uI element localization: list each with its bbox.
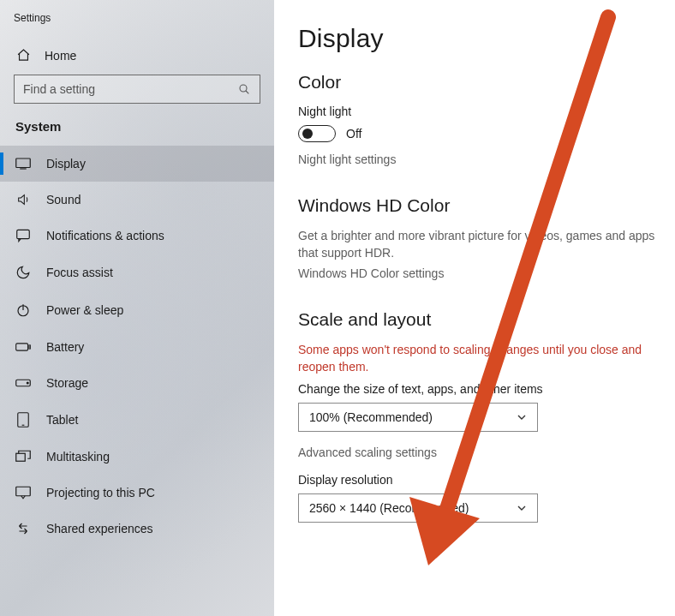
svg-point-0 [240,85,247,92]
sidebar-item-label: Notifications & actions [46,229,164,242]
section-scale-heading: Scale and layout [298,309,675,330]
night-light-toggle[interactable] [298,125,336,142]
sidebar-item-label: Power & sleep [46,303,123,317]
sound-icon [15,193,31,206]
sidebar-item-label: Battery [46,340,84,354]
sidebar-item-storage[interactable]: Storage [0,365,274,401]
notifications-icon [15,229,31,242]
sidebar-item-label: Sound [46,193,81,206]
sidebar-item-label: Storage [46,376,88,390]
resolution-select[interactable]: 2560 × 1440 (Recommended) [298,493,538,523]
storage-icon [15,377,31,389]
sidebar-item-notifications[interactable]: Notifications & actions [0,218,274,254]
tablet-icon [15,412,31,428]
svg-rect-2 [16,158,31,168]
sidebar-home[interactable]: Home [0,39,274,71]
night-light-settings-link[interactable]: Night light settings [298,153,675,166]
sidebar-item-projecting[interactable]: Projecting to this PC [0,475,274,511]
section-color-heading: Color [298,72,675,93]
text-size-select[interactable]: 100% (Recommended) [298,403,538,432]
search-icon [237,82,251,96]
sidebar-item-label: Focus assist [46,266,113,279]
sidebar-item-battery[interactable]: Battery [0,329,274,365]
sidebar-item-label: Projecting to this PC [46,486,155,499]
scale-warning: Some apps won't respond to scaling chang… [298,342,666,375]
resolution-value: 2560 × 1440 (Recommended) [309,501,469,515]
sidebar-item-power[interactable]: Power & sleep [0,291,274,329]
text-size-label: Change the size of text, apps, and other… [298,382,675,396]
svg-rect-13 [16,453,26,461]
focus-assist-icon [15,265,31,280]
sidebar-item-focus[interactable]: Focus assist [0,254,274,291]
sidebar-item-multitasking[interactable]: Multitasking [0,439,274,475]
sidebar-item-sound[interactable]: Sound [0,182,274,218]
night-light-state: Off [346,127,361,141]
multitasking-icon [15,450,31,463]
window-title: Settings [0,7,274,39]
night-light-label: Night light [298,105,675,118]
sidebar-item-tablet[interactable]: Tablet [0,401,274,439]
svg-rect-7 [16,344,28,350]
text-size-value: 100% (Recommended) [309,410,433,424]
display-icon [15,158,31,170]
svg-line-1 [246,91,248,93]
resolution-label: Display resolution [298,473,675,487]
svg-rect-14 [16,487,31,496]
settings-main: Display Color Night light Off Night ligh… [274,0,675,616]
hdr-description: Get a brighter and more vibrant picture … [298,228,666,261]
chevron-down-icon [517,503,527,513]
page-title: Display [298,24,675,53]
sidebar-nav: Display Sound Notifications & actions Fo… [0,146,274,547]
projecting-icon [15,486,31,499]
power-icon [15,302,31,318]
sidebar-item-display[interactable]: Display [0,146,274,182]
search-input[interactable] [14,75,260,104]
svg-point-10 [27,382,28,384]
svg-rect-8 [29,345,30,349]
sidebar-item-shared[interactable]: Shared experiences [0,511,274,547]
hdr-settings-link[interactable]: Windows HD Color settings [298,266,675,280]
sidebar-home-label: Home [45,49,76,63]
sidebar-item-label: Multitasking [46,450,110,463]
settings-sidebar: Settings Home System Display [0,0,274,616]
search-field[interactable] [23,82,237,96]
advanced-scaling-link[interactable]: Advanced scaling settings [298,446,675,459]
sidebar-category: System [0,116,274,146]
section-hdr-heading: Windows HD Color [298,195,675,216]
sidebar-item-label: Tablet [46,413,78,427]
chevron-down-icon [517,412,527,422]
sidebar-item-label: Shared experiences [46,522,153,535]
battery-icon [15,342,31,352]
svg-rect-4 [17,230,30,238]
shared-icon [15,522,31,535]
sidebar-item-label: Display [46,157,86,170]
home-icon [15,48,31,63]
